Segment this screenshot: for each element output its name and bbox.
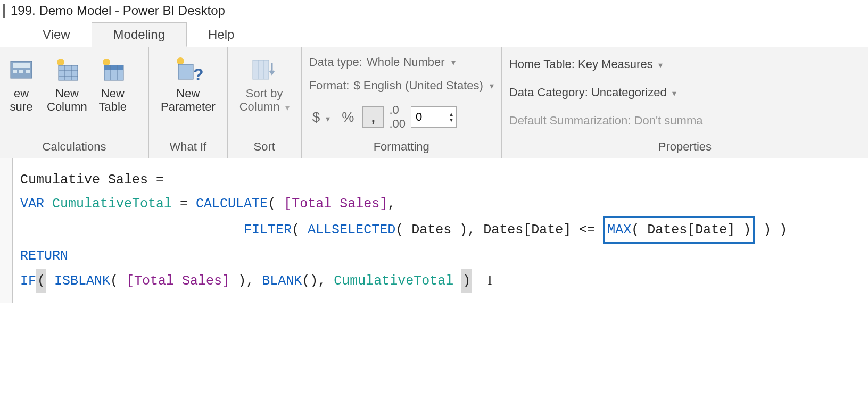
window-title: 199. Demo Model - Power BI Desktop: [11, 3, 225, 18]
new-column-label: New Column: [47, 87, 87, 114]
column-icon: [52, 55, 82, 85]
format-dropdown[interactable]: Format: $ English (United States) ▾: [304, 78, 499, 96]
new-measure-label: ew sure: [10, 87, 33, 114]
svg-rect-2: [13, 70, 17, 73]
table-icon: [98, 55, 128, 85]
format-label: Format:: [309, 79, 350, 93]
ribbon: ew sure New Column New Table Calculation…: [0, 47, 868, 158]
default-summarization-text: Default Summarization: Don't summa: [509, 114, 703, 127]
data-type-value: Whole Number: [367, 55, 445, 69]
home-table-label: Home Table:: [509, 57, 575, 71]
decimal-places-spinner[interactable]: ▲▼: [411, 106, 457, 128]
decimal-places-input[interactable]: [411, 110, 449, 124]
new-parameter-label: New Parameter: [161, 87, 216, 114]
sort-by-column-label: Sort by Column ▾: [239, 87, 290, 114]
group-label-formatting: Formatting: [302, 140, 501, 158]
svg-rect-4: [26, 70, 30, 73]
ribbon-group-sort: Sort by Column ▾ Sort: [228, 47, 302, 158]
data-type-label: Data type:: [309, 55, 362, 69]
percent-button[interactable]: %: [338, 109, 357, 126]
home-table-value: Key Measures: [578, 57, 653, 71]
text-cursor-icon: I: [487, 273, 492, 287]
svg-point-5: [57, 59, 64, 66]
new-table-label: New Table: [99, 87, 127, 114]
data-type-dropdown[interactable]: Data type: Whole Number ▾: [304, 54, 499, 72]
currency-button[interactable]: $ ▾: [309, 109, 334, 126]
chevron-down-icon: ▾: [672, 89, 676, 98]
ribbon-group-calculations: ew sure New Column New Table Calculation…: [0, 47, 149, 158]
default-summarization-dropdown[interactable]: Default Summarization: Don't summa: [504, 113, 866, 131]
new-column-button[interactable]: New Column: [42, 53, 93, 138]
group-label-properties: Properties: [502, 140, 868, 158]
new-table-button[interactable]: New Table: [93, 53, 133, 138]
tab-modeling[interactable]: Modeling: [92, 22, 187, 47]
chevron-down-icon: ▾: [451, 57, 456, 68]
sort-by-column-button[interactable]: Sort by Column ▾: [234, 53, 295, 138]
tab-help[interactable]: Help: [187, 23, 255, 46]
svg-rect-13: [104, 65, 123, 70]
format-value: $ English (United States): [353, 79, 483, 93]
tab-view[interactable]: View: [21, 23, 92, 46]
highlighted-max-expr: MAX( Dates[Date] ): [603, 216, 755, 244]
measure-icon: [6, 55, 36, 85]
parameter-icon: ?: [173, 55, 203, 85]
svg-rect-17: [178, 64, 193, 79]
home-table-dropdown[interactable]: Home Table: Key Measures ▾: [504, 56, 866, 74]
window-title-bar: 199. Demo Model - Power BI Desktop: [0, 0, 868, 21]
sort-icon: [250, 55, 279, 85]
svg-rect-19: [253, 60, 269, 79]
ribbon-tabs: View Modeling Help: [0, 21, 868, 47]
ribbon-group-formatting: Data type: Whole Number ▾ Format: $ Engl…: [302, 47, 502, 158]
svg-point-11: [103, 59, 110, 66]
svg-rect-3: [19, 70, 23, 73]
thousands-separator-button[interactable]: ,: [362, 106, 384, 128]
svg-text:?: ?: [193, 65, 203, 84]
data-category-label: Data Category:: [509, 86, 588, 99]
svg-point-16: [177, 57, 184, 65]
svg-rect-1: [13, 63, 30, 68]
ribbon-group-whatif: ? New Parameter What If: [149, 47, 228, 158]
svg-rect-6: [59, 65, 78, 80]
dax-formula-editor[interactable]: Cumulative Sales = VAR CumulativeTotal =…: [13, 158, 868, 303]
new-measure-button[interactable]: ew sure: [6, 53, 42, 138]
group-label-calculations: Calculations: [0, 140, 148, 158]
decimal-icon: .0.00: [389, 103, 406, 131]
data-category-value: Uncategorized: [591, 86, 667, 99]
group-label-whatif: What If: [149, 140, 227, 158]
formula-left-margin: [0, 158, 13, 303]
ribbon-group-properties: Home Table: Key Measures ▾ Data Category…: [502, 47, 868, 158]
formula-editor-area: Cumulative Sales = VAR CumulativeTotal =…: [0, 158, 868, 303]
title-accent: [3, 4, 5, 18]
chevron-down-icon: ▾: [658, 61, 663, 70]
chevron-down-icon: ▾: [490, 81, 494, 91]
data-category-dropdown[interactable]: Data Category: Uncategorized ▾: [504, 85, 866, 103]
new-parameter-button[interactable]: ? New Parameter: [155, 53, 221, 138]
group-label-sort: Sort: [228, 140, 301, 158]
